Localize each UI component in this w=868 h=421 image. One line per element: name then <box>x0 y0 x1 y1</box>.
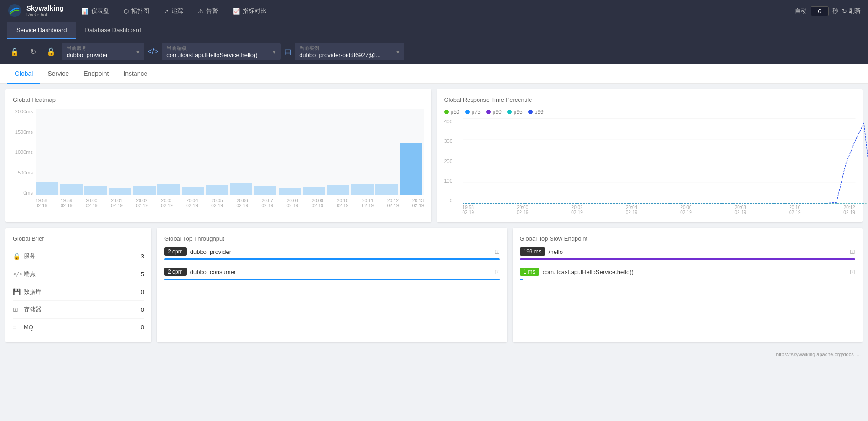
heatmap-bar-10 <box>279 188 301 195</box>
tab-database-dashboard[interactable]: Database Dashboard <box>76 22 151 39</box>
current-endpoint-label: 当前端点 <box>166 45 257 52</box>
heatmap-bar-0 <box>36 182 58 195</box>
brief-item-storage: ⊞ 存储器 0 <box>13 301 144 319</box>
logo-subtitle: Rocketbot <box>26 12 64 17</box>
alarm-icon: ⚠ <box>198 8 203 15</box>
server-icon: ▤ <box>284 47 291 56</box>
brief-value-service: 3 <box>141 253 144 260</box>
legend-dot-p50 <box>444 110 449 114</box>
legend-dot-p99 <box>528 110 533 114</box>
response-legend: p50p75p90p95p99 <box>444 109 856 115</box>
service-selector[interactable]: 当前服务 dubbo_provider ▾ <box>62 43 144 60</box>
footer: https://skywalking.apache.org/docs_... <box>0 348 868 361</box>
brief-item-mq: ≡ MQ 0 <box>13 319 144 335</box>
response-x-label-4: 20:0202-19 <box>571 205 583 215</box>
nav-item-trace[interactable]: ↗ 追踪 <box>157 0 190 22</box>
nav-item-topology[interactable]: ⬡ 拓扑图 <box>117 0 156 22</box>
y-400: 400 <box>444 119 452 124</box>
throughput-title: Global Top Throughput <box>164 235 500 242</box>
ms-badge-0: 199 ms <box>520 247 545 256</box>
heatmap-x-label-7: 20:0502-19 <box>211 198 223 208</box>
copy-icon-1[interactable]: ⊡ <box>494 268 500 275</box>
throughput-name-0: dubbo_provider <box>190 248 491 255</box>
copy-slow-icon-0[interactable]: ⊡ <box>850 248 855 255</box>
heatmap-bar-6 <box>182 187 204 195</box>
slow-bar-0 <box>520 258 856 260</box>
instance-chevron-icon: ▾ <box>396 48 400 55</box>
brief-value-endpoint: 5 <box>141 271 144 278</box>
nav-right: 自动 6 秒 ↻ 刷新 <box>795 6 861 16</box>
brief-item-db: 💾 数据库 0 <box>13 283 144 301</box>
tab-service[interactable]: Service <box>40 64 76 84</box>
copy-icon-0[interactable]: ⊡ <box>494 248 500 255</box>
y-200: 200 <box>444 158 452 164</box>
heatmap-container: 2000ms 1500ms 1000ms 500ms 0ms 19:5802-1… <box>13 109 424 209</box>
mq-icon: ≡ <box>13 323 24 331</box>
heatmap-bar-7 <box>206 185 228 195</box>
tab-service-dashboard[interactable]: Service Dashboard <box>7 22 76 39</box>
current-instance-label: 当前实例 <box>299 45 381 52</box>
heatmap-x-label-5: 20:0302-19 <box>161 198 173 208</box>
lock-button[interactable]: 🔒 <box>7 44 22 59</box>
instance-selector[interactable]: 当前实例 dubbo_provider-pid:86927@l... ▾ <box>295 43 404 60</box>
footer-url: https://skywalking.apache.org/docs_... <box>776 352 861 357</box>
y-1500: 1500ms <box>15 129 33 135</box>
nav-item-dashboard[interactable]: 📊 仪表盘 <box>75 0 115 22</box>
legend-dot-p90 <box>486 110 491 114</box>
nav-item-compare[interactable]: 📈 指标对比 <box>226 0 273 22</box>
nav-item-alarm[interactable]: ⚠ 告警 <box>192 0 224 22</box>
slow-name-1: com.itcast.api.IHelloService.hello() <box>543 268 846 275</box>
heatmap-bar-1 <box>60 184 83 195</box>
tab-instance[interactable]: Instance <box>116 64 155 84</box>
tab-global[interactable]: Global <box>7 64 40 84</box>
unlock-button[interactable]: 🔓 <box>44 44 58 59</box>
service-icon: 🔒 <box>13 253 24 260</box>
p99-line <box>463 123 868 203</box>
refresh-selector-button[interactable]: ↻ <box>26 44 40 59</box>
brief-card: Global Brief 🔒 服务 3 </> 端点 5 💾 数据库 0 ⊞ 存… <box>5 228 151 342</box>
brief-value-db: 0 <box>141 289 144 295</box>
heatmap-title: Global Heatmap <box>13 96 424 103</box>
heatmap-x-label-0: 19:5802-19 <box>36 198 47 208</box>
heatmap-card: Global Heatmap 2000ms 1500ms 1000ms 500m… <box>5 89 431 222</box>
legend-item-p99: p99 <box>528 109 544 115</box>
cpm-badge-0: 2 cpm <box>164 247 187 256</box>
tab-endpoint[interactable]: Endpoint <box>76 64 116 84</box>
current-instance-value: dubbo_provider-pid:86927@l... <box>299 52 381 58</box>
db-icon: 💾 <box>13 288 24 295</box>
compare-icon: 📈 <box>233 8 240 15</box>
response-x-label-8: 20:0602-19 <box>680 205 692 215</box>
heatmap-x-label-6: 20:0402-19 <box>186 198 198 208</box>
endpoint-icon: </> <box>13 271 24 277</box>
heatmap-x-label-13: 20:1102-19 <box>362 198 374 208</box>
heatmap-bar-11 <box>303 187 325 195</box>
legend-item-p75: p75 <box>465 109 481 115</box>
response-x-label-14: 20:1202-19 <box>843 205 855 215</box>
refresh-button[interactable]: ↻ 刷新 <box>842 7 861 15</box>
heatmap-x-label-11: 20:0902-19 <box>312 198 324 208</box>
throughput-item-1: 2 cpm dubbo_consumer ⊡ <box>164 268 500 280</box>
copy-slow-icon-1[interactable]: ⊡ <box>850 268 855 275</box>
slow-item-0: 199 ms /hello ⊡ <box>520 247 856 260</box>
throughput-bar-0 <box>164 258 500 260</box>
response-x-label-2: 20:0002-19 <box>517 205 529 215</box>
logo-title: Skywalking <box>26 5 64 12</box>
topology-icon: ⬡ <box>124 8 129 15</box>
interval-input[interactable]: 6 <box>811 6 829 16</box>
brief-label-service: 服务 <box>24 252 141 260</box>
endpoint-selector[interactable]: 当前端点 com.itcast.api.IHelloService.hello(… <box>162 43 281 60</box>
heatmap-x-label-2: 20:0002-19 <box>86 198 98 208</box>
logo-area: Skywalking Rocketbot <box>7 3 64 19</box>
charts-row: Global Heatmap 2000ms 1500ms 1000ms 500m… <box>5 89 863 222</box>
throughput-card: Global Top Throughput 2 cpm dubbo_provid… <box>157 228 507 342</box>
throughput-bar-1 <box>164 279 500 280</box>
brief-value-storage: 0 <box>141 306 144 313</box>
throughput-item-0: 2 cpm dubbo_provider ⊡ <box>164 247 500 260</box>
current-service-label: 当前服务 <box>67 45 108 52</box>
heatmap-x-label-4: 20:0202-19 <box>136 198 148 208</box>
legend-item-p95: p95 <box>507 109 523 115</box>
y-100: 100 <box>444 178 452 184</box>
code-icon: </> <box>148 47 158 56</box>
refresh-icon: ↻ <box>842 8 847 15</box>
storage-icon: ⊞ <box>13 306 24 313</box>
